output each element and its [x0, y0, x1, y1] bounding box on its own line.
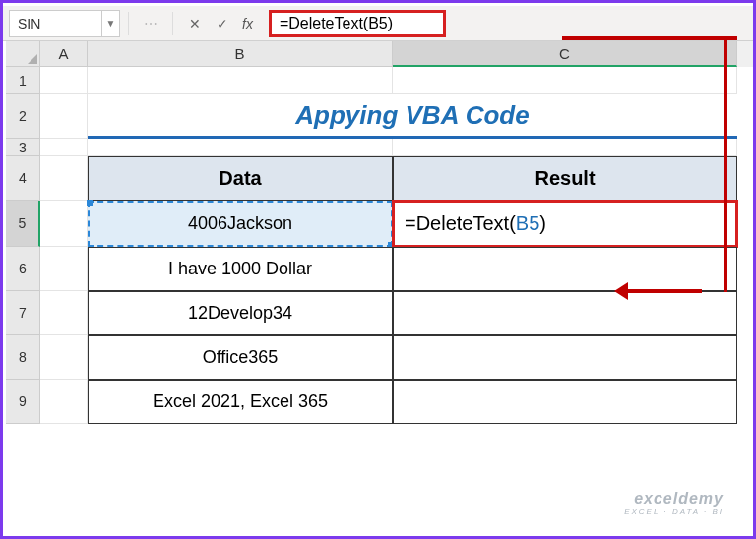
cell-b5[interactable]: 4006Jackson	[88, 201, 393, 247]
cell-c7[interactable]	[393, 291, 737, 335]
cancel-icon[interactable]: ✕	[181, 10, 209, 37]
column-header-c[interactable]: C	[393, 41, 737, 67]
row-header-7[interactable]: 7	[6, 291, 40, 335]
row-header-3[interactable]: 3	[6, 139, 40, 156]
title-cell[interactable]: Appying VBA Code	[88, 94, 737, 139]
column-headers: A B C	[6, 41, 753, 67]
name-box[interactable]: SIN	[9, 10, 102, 37]
spreadsheet-grid: A B C 1 2 Appying VBA Code 3 4 Data Resu…	[6, 41, 753, 424]
cell-b6[interactable]: I have 1000 Dollar	[88, 247, 393, 291]
annotation-connector-vertical	[724, 38, 727, 292]
cell-b7[interactable]: 12Develop34	[88, 291, 393, 335]
header-result[interactable]: Result	[393, 156, 737, 201]
watermark-main: exceldemy	[624, 490, 724, 508]
cell-a8[interactable]	[40, 335, 88, 380]
header-data[interactable]: Data	[88, 156, 393, 201]
cell-a1[interactable]	[40, 67, 88, 94]
cell-b9[interactable]: Excel 2021, Excel 365	[88, 380, 393, 424]
cell-a2[interactable]	[40, 94, 88, 139]
cell-a9[interactable]	[40, 380, 88, 424]
annotation-connector-top	[562, 36, 737, 40]
fx-label[interactable]: fx	[236, 16, 259, 31]
cell-b8[interactable]: Office365	[88, 335, 393, 380]
cell-c8[interactable]	[393, 335, 737, 380]
cell-c1[interactable]	[393, 67, 737, 94]
cell-a4[interactable]	[40, 156, 88, 201]
cell-c5-editing[interactable]: =DeleteText(B5)	[392, 200, 738, 248]
row-header-1[interactable]: 1	[6, 67, 40, 94]
row-header-4[interactable]: 4	[6, 156, 40, 201]
row-header-9[interactable]: 9	[6, 380, 40, 424]
formula-input[interactable]: =DeleteText(B5)	[269, 10, 446, 37]
cell-a6[interactable]	[40, 247, 88, 291]
cell-b3[interactable]	[88, 139, 393, 156]
row-header-6[interactable]: 6	[6, 247, 40, 291]
row-header-8[interactable]: 8	[6, 335, 40, 380]
cell-a3[interactable]	[40, 139, 88, 156]
cell-c3[interactable]	[393, 139, 737, 156]
cell-c6[interactable]	[393, 247, 737, 291]
cell-a5[interactable]	[40, 201, 88, 247]
name-box-value: SIN	[18, 16, 40, 31]
watermark: exceldemy EXCEL · DATA · BI	[624, 490, 724, 516]
watermark-sub: EXCEL · DATA · BI	[624, 508, 724, 516]
column-header-a[interactable]: A	[40, 41, 88, 67]
select-all-button[interactable]	[6, 41, 40, 67]
annotation-arrow-horizontal	[628, 289, 702, 293]
expand-icon: ⋯	[137, 10, 164, 37]
formula-text: =DeleteText(B5)	[280, 15, 393, 32]
formula-prefix: =DeleteText(	[405, 212, 516, 235]
cell-reference: B5	[516, 212, 539, 235]
cell-a7[interactable]	[40, 291, 88, 335]
row-header-5[interactable]: 5	[6, 201, 40, 247]
cell-c5[interactable]: =DeleteText(B5)	[393, 201, 737, 247]
cell-b5-value: 4006Jackson	[188, 213, 292, 234]
cell-c9[interactable]	[393, 380, 737, 424]
row-header-2[interactable]: 2	[6, 94, 40, 139]
name-box-dropdown[interactable]: ▼	[102, 10, 120, 37]
cell-b1[interactable]	[88, 67, 393, 94]
column-header-b[interactable]: B	[88, 41, 393, 67]
accept-icon[interactable]: ✓	[209, 10, 236, 37]
formula-suffix: )	[539, 212, 546, 235]
